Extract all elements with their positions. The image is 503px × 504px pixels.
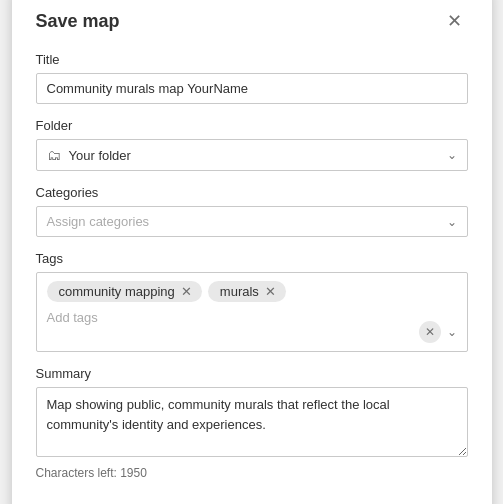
- summary-input[interactable]: Map showing public, community murals tha…: [36, 387, 468, 457]
- categories-field-group: Categories Assign categories ⌄: [36, 185, 468, 237]
- clear-tags-button[interactable]: ✕: [419, 321, 441, 343]
- chars-left: Characters left: 1950: [36, 466, 468, 480]
- folder-field-group: Folder 🗂 Your folder ⌄: [36, 118, 468, 171]
- categories-label: Categories: [36, 185, 468, 200]
- title-field-group: Title: [36, 52, 468, 104]
- folder-icon: 🗂: [47, 147, 61, 163]
- summary-field-group: Summary Map showing public, community mu…: [36, 366, 468, 480]
- dialog-header: Save map ✕: [36, 10, 468, 32]
- summary-label: Summary: [36, 366, 468, 381]
- tags-container[interactable]: community mapping ✕ murals ✕ Add tags ✕ …: [36, 272, 468, 352]
- remove-tag-murals[interactable]: ✕: [265, 285, 276, 298]
- tag-community-mapping: community mapping ✕: [47, 281, 202, 302]
- categories-dropdown[interactable]: Assign categories ⌄: [36, 206, 468, 237]
- folder-value: 🗂 Your folder: [47, 147, 447, 163]
- remove-tag-community-mapping[interactable]: ✕: [181, 285, 192, 298]
- folder-label: Folder: [36, 118, 468, 133]
- tag-murals: murals ✕: [208, 281, 286, 302]
- title-input[interactable]: [36, 73, 468, 104]
- tags-field-group: Tags community mapping ✕ murals ✕ Add ta…: [36, 251, 468, 352]
- folder-dropdown[interactable]: 🗂 Your folder ⌄: [36, 139, 468, 171]
- chevron-down-icon: ⌄: [447, 148, 457, 162]
- dialog-title: Save map: [36, 11, 120, 32]
- title-label: Title: [36, 52, 468, 67]
- close-button[interactable]: ✕: [441, 10, 468, 32]
- tags-actions: ✕ ⌄: [419, 321, 459, 343]
- folder-value-text: Your folder: [69, 148, 131, 163]
- chevron-down-icon: ⌄: [447, 215, 457, 229]
- tags-label: Tags: [36, 251, 468, 266]
- tags-dropdown-button[interactable]: ⌄: [445, 323, 459, 341]
- save-map-dialog: Save map ✕ Title Folder 🗂 Your folder ⌄ …: [12, 0, 492, 504]
- add-tags-placeholder: Add tags: [47, 310, 98, 325]
- categories-placeholder: Assign categories: [47, 214, 447, 229]
- tags-row: community mapping ✕ murals ✕: [47, 281, 457, 302]
- tag-label: murals: [220, 284, 259, 299]
- tag-label: community mapping: [59, 284, 175, 299]
